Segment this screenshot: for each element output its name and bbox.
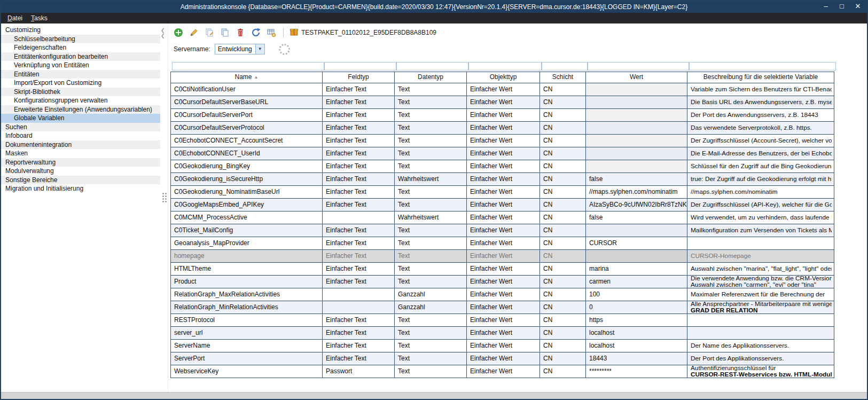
sidebar-item[interactable]: Feldeigenschaften <box>1 43 160 52</box>
cell-name[interactable]: Geoanalysis_MapProvider <box>170 237 323 249</box>
cell-feldtyp[interactable]: Einfacher Text <box>323 263 395 275</box>
cell-objekttyp[interactable]: Einfacher Wert <box>467 160 540 172</box>
cell-name[interactable]: Product <box>170 276 323 288</box>
cell-schicht[interactable]: CN <box>540 173 586 185</box>
cell-name[interactable]: C0Geokodierung_BingKey <box>170 160 323 172</box>
cell-beschreibung[interactable]: Das verwendete Serverprotokoll, z.B. htt… <box>687 122 834 134</box>
chevron-down-icon[interactable]: ▼ <box>255 44 264 54</box>
cell-datentyp[interactable]: Text <box>395 122 467 134</box>
cell-datentyp[interactable]: Text <box>395 135 467 147</box>
cell-beschreibung[interactable]: Maximaler Referenzwert für die Berechnun… <box>687 288 834 301</box>
filter-input-6[interactable] <box>689 62 836 70</box>
edit-icon[interactable] <box>188 27 200 38</box>
cell-datentyp[interactable]: Text <box>395 186 467 198</box>
cell-wert[interactable]: false <box>586 211 687 224</box>
cell-datentyp[interactable]: Text <box>395 250 467 262</box>
filter-input-4[interactable] <box>542 62 588 70</box>
sidebar-item[interactable]: Sonstige Bereiche <box>1 176 160 185</box>
splitter-grip-icon[interactable] <box>162 193 167 202</box>
cell-name[interactable]: C0EchobotCONNECT_UserId <box>170 147 323 160</box>
sidebar-item[interactable]: Konfigurationsgruppen verwalten <box>1 96 160 105</box>
cell-schicht[interactable]: CN <box>540 365 586 378</box>
table-row[interactable]: RESTProtocolEinfacher TextTextEinfacher … <box>170 314 834 327</box>
cell-feldtyp[interactable] <box>323 288 395 301</box>
table-row[interactable]: C0CtiNotificationUserEinfacher TextTextE… <box>170 83 834 96</box>
cell-wert[interactable]: 0 <box>586 301 687 313</box>
horizontal-scrollbar[interactable] <box>1 392 867 399</box>
cell-beschreibung[interactable]: Wird verwendet, um zu verhindern, dass l… <box>687 211 834 224</box>
cell-name[interactable]: server_url <box>170 327 323 339</box>
filter-input-3[interactable] <box>468 62 542 70</box>
cell-objekttyp[interactable]: Einfacher Wert <box>467 199 540 211</box>
cell-objekttyp[interactable]: Einfacher Wert <box>467 314 540 326</box>
maximize-button[interactable]: □ <box>834 1 850 13</box>
cell-objekttyp[interactable]: Einfacher Wert <box>467 263 540 275</box>
table-row[interactable]: C0Ticket_MailConfigEinfacher TextTextEin… <box>170 224 834 237</box>
table-row[interactable]: C0CursorDefaultServerProtocolEinfacher T… <box>170 122 834 135</box>
table-row[interactable]: homepageEinfacher TextTextEinfacher Wert… <box>170 250 834 263</box>
cell-beschreibung[interactable]: Die Basis URL des Anwendungsservers, z.B… <box>687 96 834 108</box>
cell-objekttyp[interactable]: Einfacher Wert <box>467 186 540 198</box>
cell-wert[interactable]: CURSOR <box>586 237 687 249</box>
cell-objekttyp[interactable]: Einfacher Wert <box>467 211 540 224</box>
cell-datentyp[interactable]: Text <box>395 96 467 108</box>
add-icon[interactable] <box>173 27 184 38</box>
cell-schicht[interactable]: CN <box>540 352 586 365</box>
cell-datentyp[interactable]: Text <box>395 327 467 339</box>
cell-wert[interactable] <box>586 122 687 134</box>
cell-beschreibung[interactable]: true: Der Zugriff auf die Geokodierung e… <box>687 173 834 185</box>
cell-name[interactable]: RelationGraph_MaxRelationActivities <box>170 288 323 301</box>
cell-name[interactable]: C0EchobotCONNECT_AccountSecret <box>170 135 323 147</box>
cell-schicht[interactable]: CN <box>540 314 586 326</box>
table-row[interactable]: WebserviceKeyPasswortTextEinfacher WertC… <box>170 365 834 378</box>
cell-objekttyp[interactable]: Einfacher Wert <box>467 83 540 96</box>
sidebar-item[interactable]: Modulverwaltung <box>1 167 160 176</box>
filter-input-1[interactable] <box>324 62 396 70</box>
cell-datentyp[interactable]: Text <box>395 224 467 237</box>
cell-datentyp[interactable]: Text <box>395 352 467 365</box>
cell-beschreibung[interactable]: CURSOR-Homepage <box>687 250 834 262</box>
cell-objekttyp[interactable]: Einfacher Wert <box>467 173 540 185</box>
cell-objekttyp[interactable]: Einfacher Wert <box>467 327 540 339</box>
cell-beschreibung[interactable]: Alle Ansprechpartner - Mitarbeiterpaare … <box>687 301 834 313</box>
column-header-3[interactable]: Objekttyp <box>467 72 540 83</box>
cell-name[interactable]: HTMLTheme <box>170 263 323 275</box>
cell-schicht[interactable]: CN <box>540 237 586 249</box>
cell-wert[interactable]: ********* <box>586 365 687 378</box>
cell-schicht[interactable]: CN <box>540 301 586 313</box>
cell-feldtyp[interactable]: Einfacher Text <box>323 160 395 172</box>
cell-name[interactable]: C0CursorDefaultServerPort <box>170 109 323 121</box>
cell-wert[interactable]: AIzaSyBCo-9cUfWN02IbRr8TzNK... <box>586 199 687 211</box>
sidebar-item[interactable]: Migration und Initialisierung <box>1 184 160 193</box>
cell-schicht[interactable]: CN <box>540 340 586 352</box>
sidebar-item[interactable]: Infoboard <box>1 131 160 140</box>
cell-schicht[interactable]: CN <box>540 211 586 224</box>
cell-datentyp[interactable]: Ganzzahl <box>395 301 467 313</box>
sidebar-splitter[interactable]: ❮ ❮ <box>160 23 168 392</box>
cell-beschreibung[interactable] <box>687 327 834 339</box>
cell-wert[interactable]: localhost <box>586 327 687 339</box>
cell-wert[interactable] <box>586 135 687 147</box>
sidebar-item[interactable]: Entitätenkonfiguration bearbeiten <box>1 52 160 61</box>
cell-feldtyp[interactable]: Einfacher Text <box>323 250 395 262</box>
cell-feldtyp[interactable]: Einfacher Text <box>323 186 395 198</box>
menu-datei[interactable]: Datei <box>3 13 27 23</box>
cell-wert[interactable]: marina <box>586 263 687 275</box>
cell-wert[interactable] <box>586 96 687 108</box>
cell-wert[interactable]: 100 <box>586 288 687 301</box>
column-header-6[interactable]: Beschreibung für die selektierte Variabl… <box>687 72 834 83</box>
table-row[interactable]: ServerNameEinfacher TextTextEinfacher We… <box>170 340 834 352</box>
sidebar-item[interactable]: Globale Variablen <box>1 114 160 123</box>
cell-name[interactable]: C0Ticket_MailConfig <box>170 224 323 237</box>
server-select[interactable]: Entwicklung ▼ <box>215 44 265 54</box>
cell-objekttyp[interactable]: Einfacher Wert <box>467 237 540 249</box>
sidebar-item[interactable]: Suchen <box>1 123 160 132</box>
cell-wert[interactable]: localhost <box>586 340 687 352</box>
table-row[interactable]: C0CursorDefaultServerPortEinfacher TextT… <box>170 109 834 122</box>
table-row[interactable]: Geoanalysis_MapProviderEinfacher TextTex… <box>170 237 834 250</box>
minimize-button[interactable]: – <box>818 1 834 13</box>
column-header-5[interactable]: Wert <box>586 72 687 83</box>
cell-beschreibung[interactable]: Der Port des Anwendungsservers, z.B. 184… <box>687 109 834 121</box>
cell-datentyp[interactable]: Text <box>395 340 467 352</box>
sidebar-item[interactable]: Reportverwaltung <box>1 158 160 167</box>
